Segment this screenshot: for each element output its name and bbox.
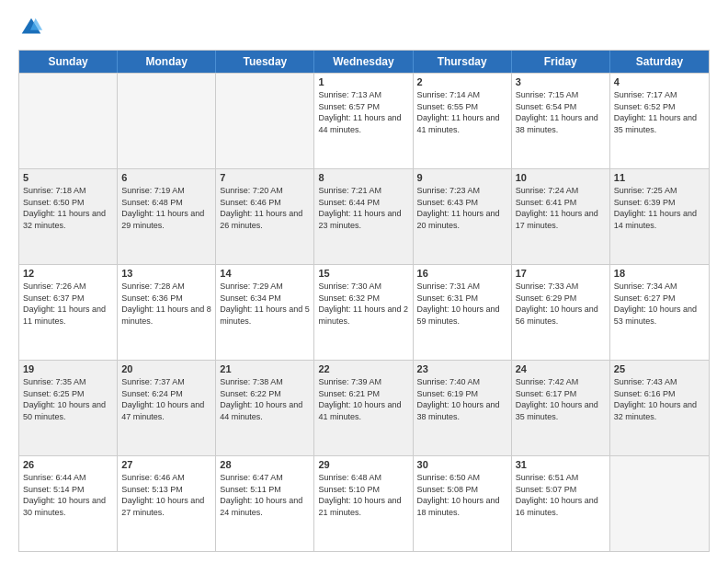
cal-cell: 1Sunrise: 7:13 AM Sunset: 6:57 PM Daylig… — [314, 74, 413, 168]
day-info: Sunrise: 7:26 AM Sunset: 6:37 PM Dayligh… — [23, 281, 113, 327]
day-number: 9 — [417, 172, 507, 183]
cal-cell: 16Sunrise: 7:31 AM Sunset: 6:31 PM Dayli… — [414, 265, 512, 360]
day-number: 14 — [220, 268, 310, 279]
day-info: Sunrise: 7:29 AM Sunset: 6:34 PM Dayligh… — [220, 281, 310, 327]
day-info: Sunrise: 7:38 AM Sunset: 6:22 PM Dayligh… — [220, 376, 310, 422]
cal-cell: 14Sunrise: 7:29 AM Sunset: 6:34 PM Dayli… — [216, 265, 314, 360]
cal-cell: 3Sunrise: 7:15 AM Sunset: 6:54 PM Daylig… — [512, 74, 610, 168]
day-info: Sunrise: 7:31 AM Sunset: 6:31 PM Dayligh… — [417, 281, 507, 327]
cal-cell: 18Sunrise: 7:34 AM Sunset: 6:27 PM Dayli… — [610, 265, 709, 360]
cal-cell: 27Sunrise: 6:46 AM Sunset: 5:13 PM Dayli… — [118, 456, 216, 551]
calendar-body: 1Sunrise: 7:13 AM Sunset: 6:57 PM Daylig… — [19, 73, 709, 551]
day-info: Sunrise: 6:46 AM Sunset: 5:13 PM Dayligh… — [121, 472, 211, 518]
day-number: 23 — [417, 363, 507, 374]
day-number: 13 — [121, 268, 211, 279]
header — [18, 15, 710, 40]
cal-cell: 5Sunrise: 7:18 AM Sunset: 6:50 PM Daylig… — [19, 169, 118, 264]
day-info: Sunrise: 7:39 AM Sunset: 6:21 PM Dayligh… — [318, 376, 408, 422]
header-day-wednesday: Wednesday — [314, 51, 413, 73]
day-number: 26 — [23, 459, 113, 470]
day-info: Sunrise: 6:50 AM Sunset: 5:08 PM Dayligh… — [417, 472, 507, 518]
calendar-row-2: 12Sunrise: 7:26 AM Sunset: 6:37 PM Dayli… — [19, 264, 709, 360]
cal-cell: 6Sunrise: 7:19 AM Sunset: 6:48 PM Daylig… — [118, 169, 216, 264]
day-info: Sunrise: 6:44 AM Sunset: 5:14 PM Dayligh… — [23, 472, 113, 518]
cal-cell: 26Sunrise: 6:44 AM Sunset: 5:14 PM Dayli… — [19, 456, 118, 551]
day-number: 3 — [516, 76, 606, 87]
day-info: Sunrise: 7:35 AM Sunset: 6:25 PM Dayligh… — [23, 376, 113, 422]
cal-cell: 19Sunrise: 7:35 AM Sunset: 6:25 PM Dayli… — [19, 361, 118, 455]
calendar-row-4: 26Sunrise: 6:44 AM Sunset: 5:14 PM Dayli… — [19, 455, 709, 551]
day-info: Sunrise: 7:28 AM Sunset: 6:36 PM Dayligh… — [121, 281, 211, 327]
logo — [18, 15, 48, 40]
day-number: 12 — [23, 268, 113, 279]
day-info: Sunrise: 7:23 AM Sunset: 6:43 PM Dayligh… — [417, 185, 507, 231]
day-number: 21 — [220, 363, 310, 374]
day-number: 30 — [417, 459, 507, 470]
day-number: 16 — [417, 268, 507, 279]
cal-cell — [216, 74, 314, 168]
header-day-thursday: Thursday — [414, 51, 512, 73]
day-number: 17 — [516, 268, 606, 279]
cal-cell: 2Sunrise: 7:14 AM Sunset: 6:55 PM Daylig… — [414, 74, 512, 168]
cal-cell: 20Sunrise: 7:37 AM Sunset: 6:24 PM Dayli… — [118, 361, 216, 455]
day-number: 29 — [318, 459, 408, 470]
cal-cell: 17Sunrise: 7:33 AM Sunset: 6:29 PM Dayli… — [512, 265, 610, 360]
cal-cell: 28Sunrise: 6:47 AM Sunset: 5:11 PM Dayli… — [216, 456, 314, 551]
day-info: Sunrise: 7:40 AM Sunset: 6:19 PM Dayligh… — [417, 376, 507, 422]
day-number: 11 — [614, 172, 705, 183]
day-info: Sunrise: 7:13 AM Sunset: 6:57 PM Dayligh… — [318, 89, 408, 135]
day-number: 19 — [23, 363, 113, 374]
calendar-row-0: 1Sunrise: 7:13 AM Sunset: 6:57 PM Daylig… — [19, 73, 709, 168]
day-number: 7 — [220, 172, 310, 183]
header-day-friday: Friday — [512, 51, 610, 73]
cal-cell — [610, 456, 709, 551]
day-info: Sunrise: 7:37 AM Sunset: 6:24 PM Dayligh… — [121, 376, 211, 422]
cal-cell: 10Sunrise: 7:24 AM Sunset: 6:41 PM Dayli… — [512, 169, 610, 264]
day-number: 24 — [516, 363, 606, 374]
day-number: 15 — [318, 268, 408, 279]
page: SundayMondayTuesdayWednesdayThursdayFrid… — [0, 0, 728, 563]
cal-cell — [19, 74, 118, 168]
day-info: Sunrise: 7:17 AM Sunset: 6:52 PM Dayligh… — [614, 89, 705, 135]
header-day-sunday: Sunday — [19, 51, 118, 73]
day-info: Sunrise: 7:14 AM Sunset: 6:55 PM Dayligh… — [417, 89, 507, 135]
header-day-tuesday: Tuesday — [216, 51, 314, 73]
calendar-header: SundayMondayTuesdayWednesdayThursdayFrid… — [19, 51, 709, 73]
day-info: Sunrise: 7:33 AM Sunset: 6:29 PM Dayligh… — [516, 281, 606, 327]
cal-cell: 23Sunrise: 7:40 AM Sunset: 6:19 PM Dayli… — [414, 361, 512, 455]
day-info: Sunrise: 7:43 AM Sunset: 6:16 PM Dayligh… — [614, 376, 705, 422]
day-info: Sunrise: 7:25 AM Sunset: 6:39 PM Dayligh… — [614, 185, 705, 231]
cal-cell: 31Sunrise: 6:51 AM Sunset: 5:07 PM Dayli… — [512, 456, 610, 551]
cal-cell: 25Sunrise: 7:43 AM Sunset: 6:16 PM Dayli… — [610, 361, 709, 455]
day-number: 1 — [318, 76, 408, 87]
day-number: 27 — [121, 459, 211, 470]
calendar-row-3: 19Sunrise: 7:35 AM Sunset: 6:25 PM Dayli… — [19, 360, 709, 455]
cal-cell — [118, 74, 216, 168]
day-number: 4 — [614, 76, 705, 87]
header-day-monday: Monday — [118, 51, 216, 73]
day-number: 22 — [318, 363, 408, 374]
cal-cell: 12Sunrise: 7:26 AM Sunset: 6:37 PM Dayli… — [19, 265, 118, 360]
cal-cell: 11Sunrise: 7:25 AM Sunset: 6:39 PM Dayli… — [610, 169, 709, 264]
calendar-row-1: 5Sunrise: 7:18 AM Sunset: 6:50 PM Daylig… — [19, 168, 709, 264]
day-info: Sunrise: 6:51 AM Sunset: 5:07 PM Dayligh… — [516, 472, 606, 518]
day-number: 2 — [417, 76, 507, 87]
day-info: Sunrise: 7:42 AM Sunset: 6:17 PM Dayligh… — [516, 376, 606, 422]
day-info: Sunrise: 7:20 AM Sunset: 6:46 PM Dayligh… — [220, 185, 310, 231]
cal-cell: 22Sunrise: 7:39 AM Sunset: 6:21 PM Dayli… — [314, 361, 413, 455]
day-info: Sunrise: 7:19 AM Sunset: 6:48 PM Dayligh… — [121, 185, 211, 231]
cal-cell: 13Sunrise: 7:28 AM Sunset: 6:36 PM Dayli… — [118, 265, 216, 360]
day-info: Sunrise: 7:21 AM Sunset: 6:44 PM Dayligh… — [318, 185, 408, 231]
day-info: Sunrise: 6:47 AM Sunset: 5:11 PM Dayligh… — [220, 472, 310, 518]
day-number: 10 — [516, 172, 606, 183]
cal-cell: 7Sunrise: 7:20 AM Sunset: 6:46 PM Daylig… — [216, 169, 314, 264]
day-number: 28 — [220, 459, 310, 470]
day-number: 8 — [318, 172, 408, 183]
cal-cell: 9Sunrise: 7:23 AM Sunset: 6:43 PM Daylig… — [414, 169, 512, 264]
day-number: 25 — [614, 363, 705, 374]
cal-cell: 21Sunrise: 7:38 AM Sunset: 6:22 PM Dayli… — [216, 361, 314, 455]
cal-cell: 8Sunrise: 7:21 AM Sunset: 6:44 PM Daylig… — [314, 169, 413, 264]
day-info: Sunrise: 7:34 AM Sunset: 6:27 PM Dayligh… — [614, 281, 705, 327]
day-info: Sunrise: 7:15 AM Sunset: 6:54 PM Dayligh… — [516, 89, 606, 135]
cal-cell: 30Sunrise: 6:50 AM Sunset: 5:08 PM Dayli… — [414, 456, 512, 551]
